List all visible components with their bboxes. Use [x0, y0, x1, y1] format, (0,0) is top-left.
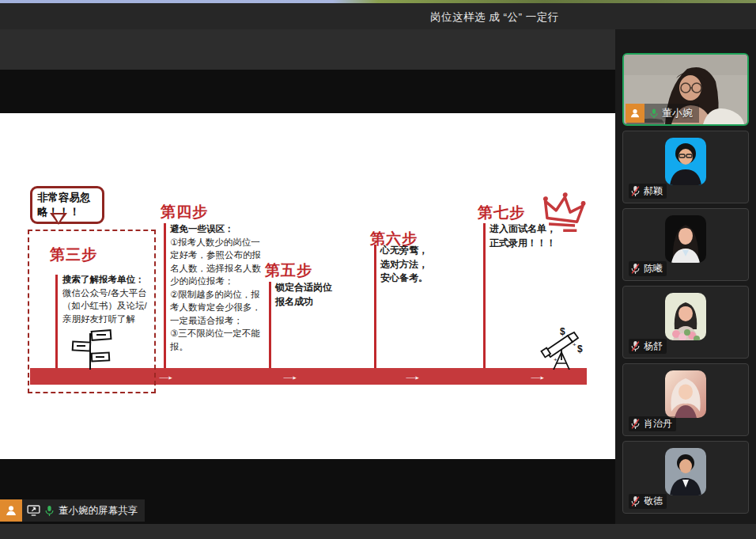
step3-title: 第三步	[50, 245, 97, 265]
step5-title: 第五步	[265, 260, 312, 281]
participant-avatar	[665, 293, 706, 340]
presenter-avatar-badge	[626, 104, 644, 123]
step3-text: 搜索了解报考单位： 微信公众号/各大平台 （如小红书）及论坛/ 亲朋好友打听了解	[62, 273, 156, 325]
step4-text: 避免一些误区： ①报考人数少的岗位一 定好考，参照公布的报 名人数，选择报名人数…	[170, 222, 276, 353]
svg-text:$: $	[560, 327, 565, 337]
mic-on-icon	[44, 505, 55, 517]
timeline-arrow: →	[279, 369, 301, 382]
crown-icon	[535, 187, 591, 237]
meeting-window: 岗位这样选 成 “公” 一定行 非常容易忽略！！！ 第三步 搜索了解报考单位： …	[0, 0, 756, 539]
meeting-control-bar	[0, 524, 756, 539]
meeting-title: 岗位这样选 成 “公” 一定行	[430, 10, 559, 25]
presenter-avatar-badge	[0, 499, 22, 522]
video-tile[interactable]: 杨舒	[622, 286, 749, 359]
step5-connector-line	[269, 282, 271, 368]
signpost-icon	[70, 328, 117, 371]
participant-name: 肖治丹	[644, 417, 672, 431]
participant-name: 敬德	[644, 495, 663, 508]
screen-share-label: 董小婉的屏幕共享	[59, 504, 138, 518]
mic-muted-icon	[630, 340, 641, 352]
participant-name: 郝颖	[644, 184, 663, 198]
mic-on-icon	[649, 108, 659, 120]
step7-connector-line	[483, 223, 486, 368]
timeline-arrow: →	[155, 369, 176, 382]
svg-text:+: +	[554, 356, 558, 363]
participant-name: 董小婉	[662, 106, 693, 120]
timeline-arrow: →	[402, 369, 423, 382]
video-tile-speaker[interactable]: 董小婉	[622, 53, 749, 126]
step5-text: 锁定合适岗位 报名成功	[275, 281, 362, 309]
step4-connector-line	[164, 223, 166, 368]
window-title-bar: 岗位这样选 成 “公” 一定行	[0, 3, 756, 29]
mic-muted-icon	[630, 418, 641, 430]
participant-avatar	[665, 138, 706, 185]
telescope-icon: $ $ + +	[538, 327, 587, 371]
video-tile[interactable]: 敬德	[622, 441, 749, 514]
participant-avatar	[665, 215, 706, 263]
video-tile[interactable]: 郝颖	[622, 131, 749, 203]
mic-muted-icon	[630, 185, 641, 197]
callout-bubble: 非常容易忽略！！！	[30, 186, 104, 224]
participant-name: 杨舒	[644, 340, 663, 353]
video-tile[interactable]: 肖治丹	[622, 363, 749, 436]
step6-connector-line	[374, 245, 376, 368]
step3-connector-line	[55, 275, 58, 368]
step4-title: 第四步	[161, 202, 208, 222]
step7-title: 第七步	[478, 203, 525, 223]
mic-muted-icon	[630, 495, 641, 507]
participant-avatar	[665, 448, 706, 495]
screen-share-indicator: 董小婉的屏幕共享	[0, 499, 145, 522]
person-icon	[5, 504, 17, 517]
participant-name: 陈曦	[644, 262, 663, 275]
person-icon	[629, 108, 641, 119]
participant-avatar	[665, 370, 706, 418]
step6-text: 心无旁骛， 选对方法， 安心备考。	[380, 244, 459, 286]
svg-text:+: +	[573, 341, 576, 348]
svg-text:$: $	[577, 344, 583, 355]
participants-sidebar[interactable]: 董小婉	[615, 29, 756, 524]
mic-muted-icon	[630, 263, 641, 275]
video-tile[interactable]: 陈曦	[622, 208, 749, 281]
screen-share-view: 非常容易忽略！！！ 第三步 搜索了解报考单位： 微信公众号/各大平台 （如小红书…	[0, 29, 615, 524]
shared-slide: 非常容易忽略！！！ 第三步 搜索了解报考单位： 微信公众号/各大平台 （如小红书…	[0, 113, 615, 459]
screen-share-icon	[27, 505, 40, 516]
shared-window-chrome	[0, 29, 615, 70]
